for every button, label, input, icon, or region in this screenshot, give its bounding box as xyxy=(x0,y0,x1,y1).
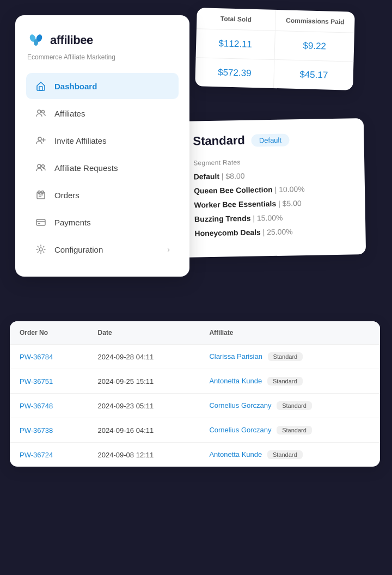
affiliate-cell: Antonetta Kunde Standard xyxy=(199,369,380,394)
order-no-cell[interactable]: PW-36784 xyxy=(10,345,88,369)
sidebar-label-invite-affiliates: Invite Affiliates xyxy=(54,136,107,145)
col-affiliate: Affiliate xyxy=(199,321,380,345)
table-row: PW-36748 2024-09-23 05:11 Cornelius Gorc… xyxy=(10,394,380,418)
sidebar-item-affiliates[interactable]: Affiliates xyxy=(26,100,179,126)
svg-rect-16 xyxy=(36,219,45,225)
svg-point-5 xyxy=(42,111,45,113)
order-no-cell[interactable]: PW-36751 xyxy=(10,369,88,394)
order-no-cell[interactable]: PW-36724 xyxy=(10,443,88,467)
sidebar-label-affiliate-requests: Affiliate Requests xyxy=(54,163,118,173)
stats-col-total-sold: Total Sold xyxy=(197,8,276,30)
sidebar-card: affilibee Ecommerce Affiliate Marketing … xyxy=(15,15,189,277)
table-row: PW-36724 2024-09-08 12:11 Antonetta Kund… xyxy=(10,443,380,467)
sidebar-item-invite-affiliates[interactable]: Invite Affiliates xyxy=(26,127,179,154)
sidebar-item-orders[interactable]: Orders xyxy=(26,182,179,208)
sidebar-label-affiliates: Affiliates xyxy=(54,109,85,118)
svg-point-10 xyxy=(42,165,45,168)
svg-rect-3 xyxy=(39,87,42,90)
logo-subtitle: Ecommerce Affiliate Marketing xyxy=(26,53,179,61)
configuration-icon xyxy=(35,243,47,255)
affiliate-requests-icon xyxy=(35,162,47,174)
logo-icon xyxy=(26,30,46,50)
svg-rect-18 xyxy=(38,223,40,224)
stats-commissions-2: $45.17 xyxy=(274,60,353,90)
col-date: Date xyxy=(88,321,200,345)
home-icon xyxy=(35,80,47,92)
logo-text: affilibee xyxy=(50,33,93,47)
sidebar-item-payments[interactable]: Payments xyxy=(26,209,179,235)
invite-affiliates-icon xyxy=(35,134,47,146)
orders-card: Order No Date Affiliate PW-36784 2024-09… xyxy=(10,321,380,467)
segment-item-4: Honeycomb Deals | 25.00% xyxy=(194,225,351,239)
orders-table-header: Order No Date Affiliate xyxy=(10,321,380,345)
svg-point-6 xyxy=(38,137,41,140)
table-row: PW-36738 2024-09-16 04:11 Cornelius Gorc… xyxy=(10,418,380,443)
stats-total-sold-1: $112.11 xyxy=(196,29,275,59)
date-cell: 2024-09-28 04:11 xyxy=(88,345,200,369)
stats-commissions-1: $9.22 xyxy=(275,31,354,62)
order-no-cell[interactable]: PW-36738 xyxy=(10,418,88,443)
logo-area: affilibee xyxy=(26,30,179,50)
stats-total-sold-2: $572.39 xyxy=(195,58,274,88)
sidebar-item-affiliate-requests[interactable]: Affiliate Requests xyxy=(26,155,179,181)
orders-icon xyxy=(35,189,47,201)
standard-title: Standard xyxy=(193,133,245,149)
svg-point-4 xyxy=(38,110,41,113)
date-cell: 2024-09-16 04:11 xyxy=(88,418,200,443)
segment-label: Segment Rates xyxy=(193,156,350,167)
date-cell: 2024-09-08 12:11 xyxy=(88,443,200,467)
sidebar-label-orders: Orders xyxy=(54,191,79,200)
stats-col-commissions: Commissions Paid xyxy=(275,10,355,33)
sidebar-item-configuration[interactable]: Configuration › xyxy=(26,236,179,262)
svg-point-2 xyxy=(34,39,38,46)
table-row: PW-36784 2024-09-28 04:11 Clarissa Paris… xyxy=(10,345,380,369)
affiliate-cell: Cornelius Gorczany Standard xyxy=(199,418,380,443)
stats-card: Total Sold Commissions Paid $112.11 $9.2… xyxy=(195,8,355,90)
col-order-no: Order No xyxy=(10,321,88,345)
segment-item-1: Queen Bee Collection | 10.00% xyxy=(194,182,351,197)
svg-point-9 xyxy=(38,164,41,168)
table-row: PW-36751 2024-09-25 15:11 Antonetta Kund… xyxy=(10,369,380,394)
segment-item-2: Worker Bee Essentials | $5.00 xyxy=(194,197,351,211)
segment-item-3: Buzzing Trends | 15.00% xyxy=(194,211,351,225)
affiliate-cell: Cornelius Gorczany Standard xyxy=(199,394,380,418)
payments-icon xyxy=(35,216,47,228)
sidebar-label-configuration: Configuration xyxy=(54,245,103,254)
affiliate-cell: Clarissa Parisian Standard xyxy=(199,345,380,369)
affiliate-cell: Antonetta Kunde Standard xyxy=(199,443,380,467)
default-badge: Default xyxy=(252,133,290,146)
standard-title-row: Standard Default xyxy=(193,132,350,149)
svg-point-19 xyxy=(39,248,42,251)
stats-row-1: $112.11 $9.22 xyxy=(196,29,354,62)
segment-item-0: Default | $8.00 xyxy=(193,168,350,182)
order-no-cell[interactable]: PW-36748 xyxy=(10,394,88,418)
sidebar-label-payments: Payments xyxy=(54,218,91,227)
date-cell: 2024-09-23 05:11 xyxy=(88,394,200,418)
sidebar-item-dashboard[interactable]: Dashboard xyxy=(26,73,179,99)
affiliates-icon xyxy=(35,107,47,119)
sidebar-label-dashboard: Dashboard xyxy=(54,82,97,91)
stats-row-2: $572.39 $45.17 xyxy=(195,58,353,90)
standard-card: Standard Default Segment Rates Default |… xyxy=(179,118,366,258)
date-cell: 2024-09-25 15:11 xyxy=(88,369,200,394)
chevron-right-icon: › xyxy=(167,245,170,254)
orders-table: Order No Date Affiliate PW-36784 2024-09… xyxy=(10,321,380,467)
